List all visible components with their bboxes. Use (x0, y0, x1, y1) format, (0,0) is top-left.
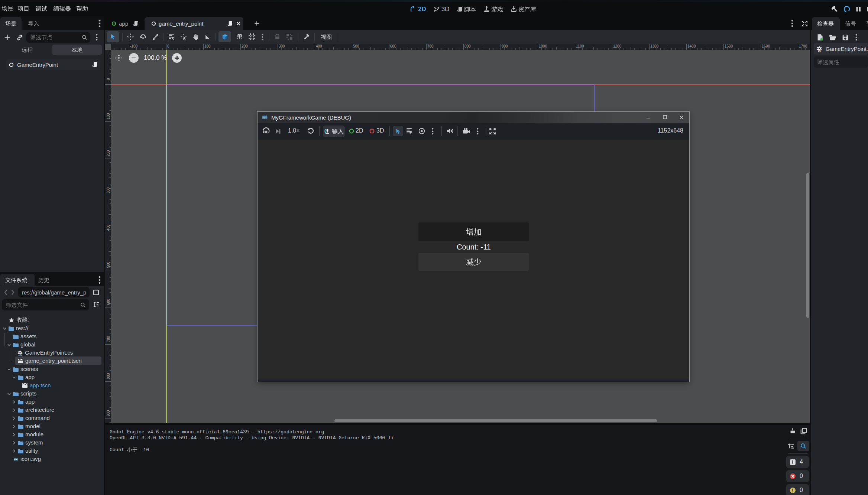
svg-text:300: 300 (106, 187, 110, 193)
svg-text:800: 800 (106, 373, 110, 379)
svg-text:100: 100 (106, 113, 110, 119)
svg-text:400: 400 (106, 224, 110, 231)
svg-text:700: 700 (106, 336, 110, 342)
svg-text:900: 900 (106, 410, 110, 416)
svg-text:cs: cs (818, 49, 821, 52)
svg-text:600: 600 (106, 299, 110, 305)
svg-text:500: 500 (106, 261, 110, 268)
svg-text:200: 200 (106, 150, 110, 156)
svg-text:0: 0 (106, 78, 110, 80)
svg-text:cs: cs (19, 354, 22, 356)
